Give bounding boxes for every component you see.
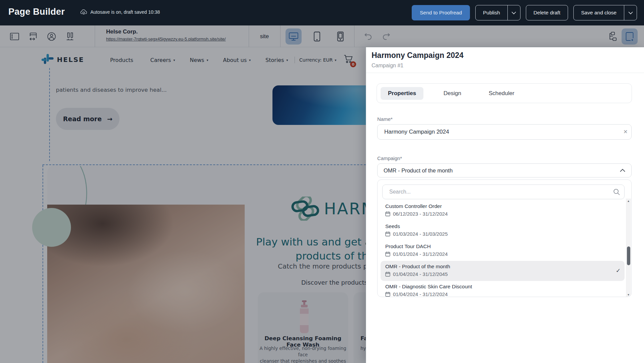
campaign-select-value: OMR - Product of the month <box>384 167 453 174</box>
experiments-icon[interactable] <box>65 32 74 41</box>
redo-icon[interactable] <box>382 33 391 40</box>
site-brand-label: HELSE <box>57 56 84 64</box>
model-photo <box>47 205 245 363</box>
search-input[interactable] <box>382 185 625 199</box>
text-block-icon[interactable] <box>10 32 19 41</box>
window-swap-icon[interactable] <box>28 32 37 41</box>
site-meta: Helse Corp. https://master-7rqtwti-segx4… <box>106 28 226 42</box>
autosave-status: Autosave is on, draft saved 10:38 <box>80 9 160 15</box>
topbar: Page Builder Autosave is on, draft saved… <box>0 0 644 25</box>
site-name: Helse Corp. <box>106 28 226 35</box>
panel-tabs: Properties Design Scheduler <box>377 83 632 103</box>
publish-split-button: Publish <box>475 5 520 20</box>
campaign-option[interactable]: Product Tour DACH 01/01/2024 - 31/12/202… <box>381 241 625 261</box>
campaign-subline-2: Discover the products <box>301 279 368 286</box>
toolbar-divider <box>95 25 95 47</box>
save-split-button: Save and close <box>573 5 637 20</box>
delete-draft-button[interactable]: Delete draft <box>526 5 568 20</box>
search-icon <box>613 189 620 195</box>
save-dropdown-button[interactable] <box>624 5 637 20</box>
toolbar-right-icons <box>608 25 638 47</box>
topbar-actions: Send to Proofread Publish Delete draft S… <box>412 5 637 20</box>
chevron-up-icon <box>620 169 625 172</box>
decorative-semicircle <box>32 208 71 247</box>
campaign-option[interactable]: Seeds 01/03/2024 - 31/03/2025 <box>381 221 625 241</box>
send-to-proofread-button[interactable]: Send to Proofread <box>412 5 470 20</box>
site-brand[interactable]: HELSE <box>41 53 84 66</box>
campaign-select[interactable]: OMR - Product of the month <box>377 163 632 177</box>
tablet-preview-button[interactable] <box>309 28 325 45</box>
desktop-icon <box>289 32 299 41</box>
nav-item[interactable]: About us ▾ <box>223 57 251 63</box>
calendar-icon <box>385 211 390 216</box>
clear-name-icon[interactable]: ✕ <box>623 129 628 135</box>
cart-count-badge: 0 <box>350 61 356 67</box>
tab-properties[interactable]: Properties <box>381 87 423 100</box>
toolbar-left-icons <box>10 25 74 47</box>
panel-title: Harmony Campaign 2024 <box>372 51 464 60</box>
nav-item[interactable]: Stories ▾ <box>265 57 288 63</box>
nav-item[interactable]: News ▾ <box>190 57 208 63</box>
autosave-label: Autosave is on, draft saved 10:38 <box>90 9 160 15</box>
read-more-button[interactable]: Read more → <box>56 108 119 130</box>
publish-button[interactable]: Publish <box>476 5 507 20</box>
caret-down-icon: ▾ <box>287 58 288 62</box>
product-bottle-image <box>295 300 311 334</box>
panel-divider <box>366 73 644 73</box>
name-input[interactable] <box>377 124 632 140</box>
undo-icon[interactable] <box>364 33 372 40</box>
panel-subtitle: Campaign #1 <box>372 63 403 69</box>
page-builder-app: Page Builder Autosave is on, draft saved… <box>0 0 644 363</box>
caret-down-icon: ▾ <box>207 58 208 62</box>
device-preview-group <box>286 25 348 47</box>
campaign-subline: Catch the more products possi <box>278 262 380 270</box>
scrollbar-thumb[interactable] <box>627 246 630 265</box>
editor-toolbar: Helse Corp. https://master-7rqtwti-segx4… <box>0 25 644 47</box>
save-and-close-button[interactable]: Save and close <box>574 5 624 20</box>
nav-item[interactable]: Careers ▾ <box>150 57 175 63</box>
dropdown-search <box>382 185 625 199</box>
campaign-field-label: Campaign* <box>377 155 402 161</box>
properties-panel-toggle[interactable] <box>622 28 638 45</box>
calendar-icon <box>385 251 390 257</box>
scroll-down-arrow[interactable]: ▼ <box>626 292 631 297</box>
product-card[interactable]: Deep Cleansing Foaming Face Wash A highl… <box>258 292 348 363</box>
panel-icon <box>625 32 634 41</box>
desktop-preview-button[interactable] <box>286 28 302 45</box>
user-profile-icon[interactable] <box>47 32 56 41</box>
calendar-icon <box>385 292 390 297</box>
campaign-option[interactable]: OMR - Diagnostic Skin Care Discount 01/0… <box>381 281 625 297</box>
campaign-options-list: Custom Controller Order 06/12/2023 - 31/… <box>381 201 625 297</box>
name-field-label: Name* <box>377 116 393 122</box>
calendar-icon <box>385 272 390 277</box>
undo-redo-group <box>364 25 391 47</box>
caret-down-icon: ▾ <box>335 58 336 62</box>
hero-image <box>272 85 373 125</box>
section-selection-outline <box>43 165 43 363</box>
calendar-icon <box>385 231 390 236</box>
tab-design[interactable]: Design <box>436 87 469 100</box>
mobile-preview-button[interactable] <box>332 28 348 45</box>
publish-dropdown-button[interactable] <box>507 5 520 20</box>
campaign-properties-panel: Harmony Campaign 2024 Campaign #1 Proper… <box>366 47 644 363</box>
arrow-right-icon: → <box>107 115 112 123</box>
tablet-icon <box>314 31 320 42</box>
site-url-link[interactable]: https://master-7rqtwti-segx45igywzzy.eu-… <box>106 37 226 42</box>
component-tree-icon[interactable] <box>608 32 617 41</box>
environment-label[interactable]: site <box>253 25 276 47</box>
section-selection-outline <box>43 164 366 165</box>
dropdown-scrollbar[interactable]: ▲ ▼ <box>626 199 631 297</box>
nav-item[interactable]: Products <box>110 57 136 63</box>
tab-scheduler[interactable]: Scheduler <box>481 87 522 100</box>
campaign-option[interactable]: OMR - Product of the month 01/04/2024 - … <box>381 261 625 281</box>
toolbar-divider <box>280 25 280 47</box>
scroll-up-arrow[interactable]: ▲ <box>626 199 631 203</box>
chevron-down-icon <box>628 11 633 14</box>
currency-selector[interactable]: Currency: EUR ▾ <box>299 47 336 73</box>
toolbar-divider <box>249 25 249 47</box>
product-description: A highly effective, non-drying foaming f… <box>258 345 348 363</box>
campaign-dropdown: Custom Controller Order 06/12/2023 - 31/… <box>377 179 632 297</box>
caret-down-icon: ▾ <box>249 58 251 62</box>
toolbar-divider <box>354 25 354 47</box>
campaign-option[interactable]: Custom Controller Order 06/12/2023 - 31/… <box>381 201 625 221</box>
